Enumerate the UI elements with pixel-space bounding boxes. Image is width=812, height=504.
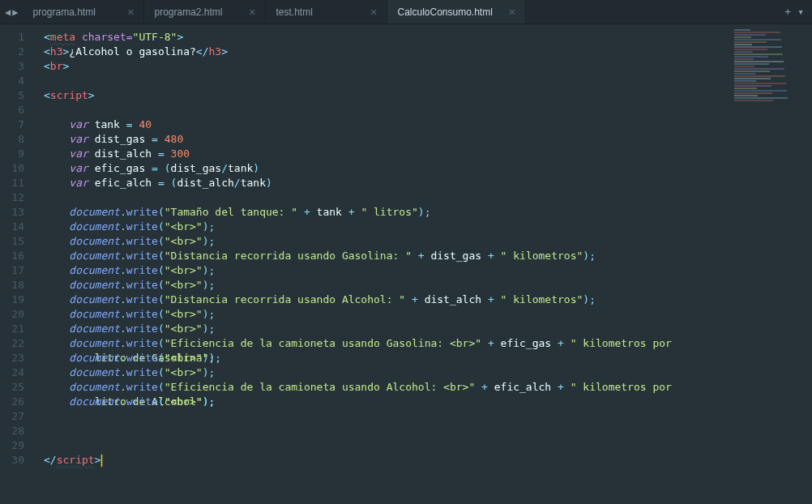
minimap[interactable]: [734, 29, 807, 126]
tab-programa[interactable]: programa.html ×: [23, 0, 144, 23]
line-number: 6: [0, 103, 24, 117]
line-number: 30: [0, 453, 24, 468]
line-number: 25: [0, 380, 24, 395]
tab-label: programa2.html: [154, 6, 222, 18]
line-number: 20: [0, 307, 24, 322]
line-number: 9: [0, 147, 24, 161]
tab-menu-icon[interactable]: ▾: [797, 6, 804, 18]
line-number: 15: [0, 234, 24, 249]
close-icon[interactable]: ×: [370, 6, 377, 19]
line-number: 8: [0, 132, 24, 147]
line-number: 28: [0, 424, 24, 438]
tab-test[interactable]: test.html ×: [266, 0, 387, 23]
line-number: 26: [0, 395, 24, 409]
line-number: 21: [0, 322, 24, 336]
line-number: 24: [0, 365, 24, 380]
line-number: 10: [0, 161, 24, 176]
close-icon[interactable]: ×: [509, 6, 515, 19]
line-number: 14: [0, 220, 24, 234]
tab-nav-arrows: ◀ ▶: [0, 0, 23, 23]
code-area[interactable]: <meta charset="UTF-8"><h3>¿Alcohol o gas…: [34, 24, 812, 504]
line-number: 11: [0, 176, 24, 190]
line-number: 23: [0, 351, 24, 365]
close-icon[interactable]: ×: [249, 6, 255, 19]
line-number: 16: [0, 249, 24, 263]
line-number: 12: [0, 190, 24, 205]
line-number: 22: [0, 336, 24, 351]
line-number: 19: [0, 293, 24, 307]
tab-calculoconsumo[interactable]: CalculoConsumo.html ×: [387, 0, 526, 23]
tab-label: CalculoConsumo.html: [397, 6, 492, 18]
line-number: 17: [0, 263, 24, 278]
tab-programa2[interactable]: programa2.html ×: [144, 0, 266, 23]
line-number: 1: [0, 30, 24, 45]
tab-bar-right: + ▾: [776, 0, 812, 23]
line-number: 7: [0, 117, 24, 132]
line-number: 4: [0, 74, 24, 88]
tab-bar: ◀ ▶ programa.html × programa2.html × tes…: [0, 0, 812, 24]
editor: 1234567891011121314151617181920212223242…: [0, 24, 812, 504]
line-number: 18: [0, 278, 24, 293]
new-tab-icon[interactable]: +: [784, 6, 791, 18]
line-number: 2: [0, 45, 24, 59]
line-number: 5: [0, 88, 24, 103]
line-number: 13: [0, 205, 24, 220]
close-icon[interactable]: ×: [127, 6, 134, 19]
line-number: 27: [0, 409, 24, 424]
line-number: 29: [0, 438, 24, 453]
gutter: 1234567891011121314151617181920212223242…: [0, 24, 34, 504]
line-number: 3: [0, 59, 24, 74]
tab-label: programa.html: [32, 6, 95, 18]
tab-label: test.html: [276, 6, 312, 18]
nav-left-icon[interactable]: ◀: [5, 6, 11, 18]
nav-right-icon[interactable]: ▶: [12, 6, 18, 18]
